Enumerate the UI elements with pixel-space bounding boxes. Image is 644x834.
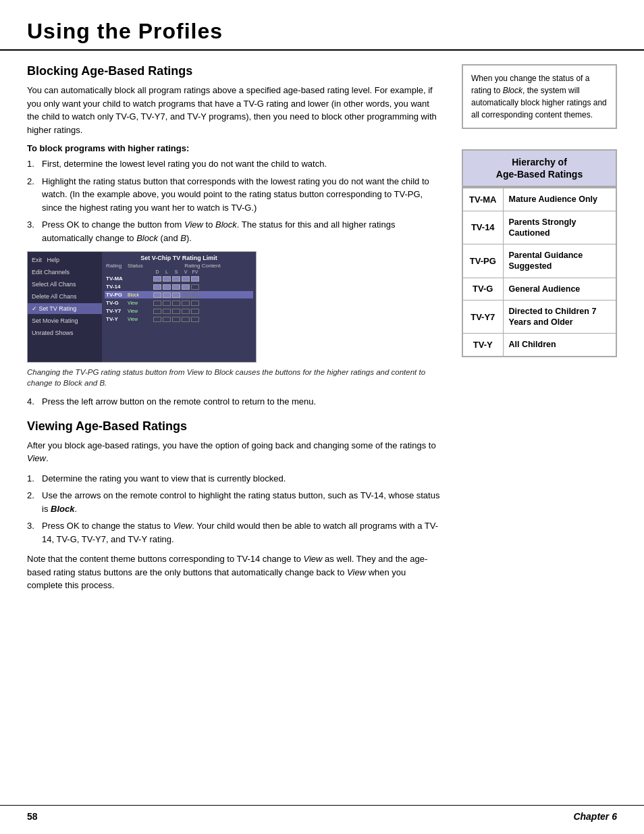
tv-rating-row-tvy7: TV-Y7 View [105,307,253,315]
list-item: 2. Use the arrows on the remote control … [27,489,441,515]
viewing-note: Note that the content theme buttons corr… [27,552,441,592]
list-item: 1. First, determine the lowest level rat… [27,157,441,171]
hierarchy-rating-tvg: TV-G [462,278,503,300]
hierarchy-rating-tvy: TV-Y [462,334,503,357]
footer-page-number: 58 [27,811,38,822]
hierarchy-desc-tvy7: Directed to Children 7 Years and Older [503,300,616,334]
tv-rating-row-tv14: TV-14 [105,283,253,290]
list-item: 2. Highlight the rating status button th… [27,175,441,215]
view-step1-text: Determine the rating you want to view th… [42,472,441,486]
side-note: When you change the status of a rating t… [462,64,617,129]
hierarchy-desc-tvma: Mature Audience Only [503,188,616,211]
list-item: 3. Press OK to change the button from Vi… [27,218,441,244]
screenshot-box: Exit Help Edit Channels Select All Chans… [27,251,257,363]
hierarchy-desc-tvy: All Children [503,334,616,357]
tv-menu-item-delete: Delete All Chans [28,291,102,302]
hierarchy-table-container: Hierarchy ofAge-Based Ratings TV-MA Matu… [462,149,617,357]
hierarchy-rating-tvy7: TV-Y7 [462,300,503,334]
section-blocking: Blocking Age-Based Ratings You can autom… [27,64,441,409]
hierarchy-desc-tv14: Parents Strongly Cautioned [503,211,616,244]
footer-chapter: Chapter 6 [573,811,617,822]
hierarchy-desc-tvpg: Parental Guidance Suggested [503,244,616,278]
hierarchy-row-tvma: TV-MA Mature Audience Only [462,188,616,211]
main-column: Blocking Age-Based Ratings You can autom… [27,64,441,599]
screenshot-caption: Changing the TV-PG rating status button … [27,367,441,388]
list-item: 4. Press the left arrow button on the re… [27,395,441,409]
hierarchy-table-header: Hierarchy ofAge-Based Ratings [463,151,616,187]
side-column: When you change the status of a rating t… [462,64,617,599]
section-viewing-title: Viewing Age-Based Ratings [27,419,441,434]
tv-rating-row-tvy: TV-Y View [105,315,253,323]
hierarchy-rating-tv14: TV-14 [462,211,503,244]
page-header: Using the Profiles [0,0,644,51]
tv-menu-item-edit: Edit Channels [28,267,102,278]
tv-menu-item-unrated: Unrated Shows [28,328,102,338]
step4-text: Press the left arrow button on the remot… [42,395,441,409]
step1-text: First, determine the lowest level rating… [42,157,441,171]
tv-menu-left: Exit Help Edit Channels Select All Chans… [28,252,102,362]
tv-menu: Exit Help Edit Channels Select All Chans… [28,252,256,362]
hierarchy-row-tvy: TV-Y All Children [462,334,616,357]
blocking-step4: 4. Press the left arrow button on the re… [27,395,441,409]
hierarchy-desc-tvg: General Audience [503,278,616,300]
step2-text: Highlight the rating status button that … [42,175,441,215]
page-title: Using the Profiles [27,19,617,44]
page: Using the Profiles Blocking Age-Based Ra… [0,0,644,834]
view-step2-text: Use the arrows on the remote control to … [42,489,441,515]
page-footer: 58 Chapter 6 [0,805,644,822]
tv-menu-item-setmovie: Set Movie Rating [28,315,102,326]
tv-menu-item-select: Select All Chans [28,279,102,290]
section-blocking-title: Blocking Age-Based Ratings [27,64,441,78]
hierarchy-rating-tvma: TV-MA [462,188,503,211]
tv-rating-header: Rating Status Rating Content [105,263,253,269]
section-viewing: Viewing Age-Based Ratings After you bloc… [27,419,441,592]
hierarchy-table: Hierarchy ofAge-Based Ratings TV-MA Matu… [462,149,617,357]
tv-menu-item-settv: ✓ Set TV Rating [28,303,102,314]
viewing-steps: 1. Determine the rating you want to view… [27,472,441,546]
blocking-steps: 1. First, determine the lowest level rat… [27,157,441,244]
list-item: 3. Press OK to change the status to View… [27,519,441,546]
section-viewing-intro: After you block age-based ratings, you h… [27,439,441,465]
tv-rating-row-tvpg: TV-PG Block [105,291,253,298]
section-blocking-intro: You can automatically block all program … [27,84,441,136]
hierarchy-rating-tvpg: TV-PG [462,244,503,278]
tv-menu-right: Set V-Chip TV Rating Limit Rating Status… [102,252,256,362]
tv-menu-title: Set V-Chip TV Rating Limit [105,253,253,263]
hierarchy-row-tv14: TV-14 Parents Strongly Cautioned [462,211,616,244]
side-note-text: When you change the status of a rating t… [471,74,607,120]
view-step3-text: Press OK to change the status to View. Y… [42,519,441,546]
step3-text: Press OK to change the button from View … [42,218,441,244]
hierarchy-row-tvg: TV-G General Audience [462,278,616,300]
blocking-bold-label: To block programs with higher ratings: [27,143,441,153]
tv-rating-row-tvma: TV-MA [105,275,253,282]
list-item: 1. Determine the rating you want to view… [27,472,441,486]
tv-menu-item-exit: Exit Help [28,255,102,265]
hierarchy-row-tvy7: TV-Y7 Directed to Children 7 Years and O… [462,300,616,334]
tv-rating-row-tvg: TV-G View [105,299,253,307]
content-area: Blocking Age-Based Ratings You can autom… [0,51,644,613]
hierarchy-row-tvpg: TV-PG Parental Guidance Suggested [462,244,616,278]
